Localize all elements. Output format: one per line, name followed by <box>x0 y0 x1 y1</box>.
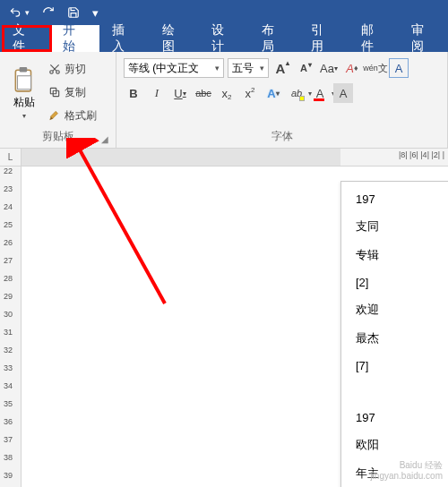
tab-references[interactable]: 引用 <box>298 25 349 52</box>
workspace: L |8| |6| |4| |2| | 22232425262728293031… <box>0 149 448 487</box>
tab-home[interactable]: 开始 <box>50 25 100 52</box>
hruler-ticks: |8| |6| |4| |2| | <box>399 150 444 159</box>
italic-button[interactable]: I <box>147 83 167 103</box>
format-painter-label: 格式刷 <box>65 108 97 124</box>
group-font-label: 字体 <box>122 127 442 146</box>
superscript-button[interactable]: x2 <box>240 83 260 103</box>
grow-font-button[interactable]: A <box>272 58 292 78</box>
change-case-button[interactable]: Aa▾ <box>319 58 339 78</box>
vruler-tick: 35 <box>4 399 13 408</box>
document-text-line[interactable]: 欢迎 <box>356 302 448 318</box>
clear-format-button[interactable]: A♦ <box>342 58 362 78</box>
tab-insert[interactable]: 插入 <box>99 25 150 52</box>
group-clipboard-label: 剪贴板 ◢ <box>5 127 110 146</box>
font-color-button[interactable]: A▾ <box>310 83 330 103</box>
tab-review[interactable]: 审阅 <box>399 25 449 52</box>
group-clipboard: 粘贴 ▾ 剪切 复制 格式刷 剪贴板 ◢ <box>0 52 116 148</box>
document-text-line[interactable] <box>356 385 448 398</box>
svg-rect-2 <box>18 76 31 90</box>
vertical-ruler[interactable]: 222324252627282930313233343536373839 <box>0 167 22 487</box>
vruler-tick: 36 <box>4 417 13 426</box>
document-text-line[interactable]: 支同 <box>356 218 448 235</box>
char-shading-button[interactable]: A <box>333 83 353 103</box>
quick-access-toolbar: ▾ ▾ <box>0 0 448 25</box>
vruler-tick: 33 <box>4 363 13 372</box>
document-text-line[interactable]: [2] <box>356 276 448 289</box>
document-page[interactable]: 197支同专辑[2]欢迎最杰[7] 197欧阳年主 <box>340 181 448 487</box>
svg-point-3 <box>50 71 54 74</box>
vruler-tick: 39 <box>4 471 13 480</box>
document-text-line[interactable]: 197 <box>356 192 448 206</box>
vruler-tick: 29 <box>4 292 13 301</box>
copy-button[interactable]: 复制 <box>48 82 97 102</box>
document-text-line[interactable]: 专辑 <box>356 247 448 263</box>
vruler-tick: 25 <box>4 220 13 229</box>
vruler-tick: 32 <box>4 346 13 355</box>
clipboard-launcher-icon[interactable]: ◢ <box>101 134 108 144</box>
shrink-font-button[interactable]: A <box>296 58 315 78</box>
strikethrough-button[interactable]: abc <box>194 83 213 103</box>
svg-point-4 <box>56 71 60 74</box>
tab-file[interactable]: 文件 <box>0 25 50 52</box>
bold-button[interactable]: B <box>124 83 143 103</box>
vruler-tick: 24 <box>4 202 13 211</box>
char-border-button[interactable]: A <box>389 58 409 78</box>
vruler-tick: 37 <box>4 435 13 444</box>
ruler-corner[interactable]: L <box>0 149 22 167</box>
group-font: 等线 (中文正文▾ 五号▾ A A Aa▾ A♦ wén文 A B I U▾ a… <box>116 52 448 148</box>
text-effects-button[interactable]: A▾ <box>263 83 283 103</box>
ribbon-tabs: 文件 开始 插入 绘图 设计 布局 引用 邮件 审阅 <box>0 25 448 52</box>
document-text-line[interactable]: 欧阳 <box>356 437 448 453</box>
highlight-button[interactable]: ab▾ <box>287 83 306 103</box>
customize-qat-button[interactable]: ▾ <box>92 6 99 20</box>
vruler-tick: 23 <box>4 184 13 193</box>
cut-button[interactable]: 剪切 <box>48 59 97 79</box>
tab-design[interactable]: 设计 <box>199 25 249 52</box>
copy-label: 复制 <box>65 85 86 100</box>
vruler-tick: 28 <box>4 274 13 283</box>
document-text-line[interactable]: [7] <box>356 359 448 372</box>
phonetic-guide-button[interactable]: wén文 <box>366 58 385 78</box>
font-name-select[interactable]: 等线 (中文正文▾ <box>124 58 224 78</box>
ribbon: 粘贴 ▾ 剪切 复制 格式刷 剪贴板 ◢ <box>0 52 448 149</box>
horizontal-ruler[interactable]: |8| |6| |4| |2| | <box>22 149 448 167</box>
vruler-tick: 26 <box>4 238 13 247</box>
vruler-tick: 30 <box>4 310 13 319</box>
undo-button[interactable] <box>9 6 22 19</box>
svg-rect-1 <box>20 67 28 72</box>
paste-label: 粘贴 <box>13 95 35 110</box>
tab-layout[interactable]: 布局 <box>249 25 299 52</box>
font-size-select[interactable]: 五号▾ <box>228 58 269 78</box>
vruler-tick: 27 <box>4 256 13 265</box>
vruler-tick: 34 <box>4 381 13 390</box>
save-button[interactable] <box>67 6 80 19</box>
document-text-line[interactable]: 197 <box>356 411 448 424</box>
vruler-tick: 22 <box>4 167 13 175</box>
vruler-tick: 31 <box>4 328 13 337</box>
document-text-line[interactable]: 最杰 <box>356 330 448 346</box>
underline-button[interactable]: U▾ <box>170 83 190 103</box>
tab-draw[interactable]: 绘图 <box>150 25 200 52</box>
vruler-tick: 38 <box>4 453 13 462</box>
redo-button[interactable] <box>42 6 55 19</box>
cut-label: 剪切 <box>65 62 86 77</box>
paste-button[interactable]: 粘贴 ▾ <box>5 56 43 127</box>
document-text-line[interactable]: 年主 <box>356 466 448 482</box>
undo-dropdown[interactable]: ▾ <box>25 8 30 17</box>
tab-mailings[interactable]: 邮件 <box>349 25 399 52</box>
subscript-button[interactable]: x2 <box>217 83 237 103</box>
document-canvas[interactable]: 197支同专辑[2]欢迎最杰[7] 197欧阳年主 <box>22 167 448 487</box>
format-painter-button[interactable]: 格式刷 <box>48 106 97 125</box>
